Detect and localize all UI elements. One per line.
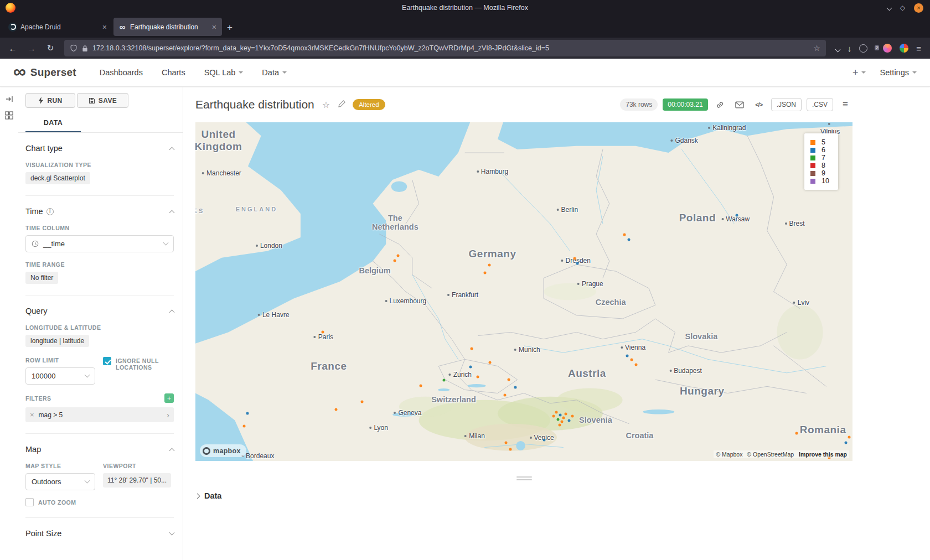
export-json-button[interactable]: .JSON <box>771 98 802 111</box>
window-close-icon[interactable]: × <box>914 3 923 13</box>
map-canvas[interactable]: United KingdomManchesterENGLANDESLondonL… <box>195 122 852 461</box>
new-item-button[interactable]: + <box>852 67 866 79</box>
tab-apache-druid[interactable]: Apache Druid × <box>4 18 112 36</box>
scatter-point <box>573 257 576 260</box>
scatter-point <box>508 378 510 381</box>
data-results-panel-header[interactable]: Data <box>195 491 930 500</box>
auto-zoom-checkbox[interactable] <box>25 498 34 506</box>
ignore-null-checkbox[interactable] <box>103 357 111 365</box>
scatter-point <box>335 408 338 411</box>
collapse-chevron-icon[interactable] <box>169 210 175 215</box>
tab-data[interactable]: DATA <box>25 113 81 132</box>
add-filter-button[interactable]: + <box>164 393 174 403</box>
nav-dashboards[interactable]: Dashboards <box>100 68 143 77</box>
window-maximize-icon[interactable]: ◇ <box>900 4 905 12</box>
remove-filter-icon[interactable]: × <box>30 411 34 419</box>
mapbox-attribution-link[interactable]: © Mapbox <box>716 451 742 458</box>
menu-icon[interactable]: ≡ <box>916 44 921 53</box>
row-limit-select[interactable]: 100000 <box>25 367 95 385</box>
settings-menu[interactable]: Settings <box>880 68 917 77</box>
improve-map-link[interactable]: Improve this map <box>799 451 847 458</box>
account-icon[interactable] <box>859 44 867 53</box>
url-bar[interactable]: 172.18.0.3:32108/superset/explore/?form_… <box>64 40 826 56</box>
embed-code-icon[interactable]: </> <box>752 97 766 112</box>
expand-chevron-icon[interactable] <box>169 530 175 535</box>
info-icon[interactable]: i <box>46 208 54 215</box>
tab-title: Earthquake distribution <box>130 23 208 31</box>
auto-zoom-label: AUTO ZOOM <box>38 499 76 506</box>
tab-earthquake-distribution[interactable]: ∞ Earthquake distribution × <box>113 18 222 36</box>
legend-swatch <box>810 140 815 145</box>
scatter-point <box>488 361 491 364</box>
section-title: Chart type <box>25 144 63 153</box>
legend-swatch <box>810 148 815 153</box>
browser-toolbar: ← → ↻ 172.18.0.3:32108/superset/explore/… <box>0 38 930 59</box>
extension-pinwheel-icon[interactable] <box>900 44 908 53</box>
osm-attribution-link[interactable]: © OpenStreetMap <box>747 451 794 458</box>
time-column-select[interactable]: __time <box>25 235 174 252</box>
nav-data[interactable]: Data <box>262 68 287 77</box>
viz-type-chip[interactable]: deck.gl Scatterplot <box>25 172 90 184</box>
section-map: Map MAP STYLE Outdoors VIEWPORT 11° 28' … <box>25 434 174 518</box>
map-style-select[interactable]: Outdoors <box>25 473 95 490</box>
panel-resize-handle[interactable] <box>195 476 852 480</box>
url-text[interactable]: 172.18.0.3:32108/superset/explore/?form_… <box>92 44 809 52</box>
chart-menu-icon[interactable]: ≡ <box>838 97 852 112</box>
mapbox-logo-icon <box>203 447 210 455</box>
filter-chip[interactable]: × mag > 5 › <box>25 407 174 422</box>
control-label: ROW LIMIT <box>25 357 95 364</box>
legend-item[interactable]: 8 <box>810 162 829 169</box>
legend-item[interactable]: 7 <box>810 154 829 162</box>
edit-properties-icon[interactable] <box>338 100 346 110</box>
shield-icon[interactable] <box>70 44 78 52</box>
expand-panel-icon[interactable] <box>5 95 14 103</box>
scatter-point <box>420 385 422 387</box>
mapbox-logo[interactable]: mapbox <box>200 444 246 457</box>
share-link-icon[interactable] <box>713 97 727 112</box>
forward-button[interactable]: → <box>23 40 40 56</box>
save-button[interactable]: SAVE <box>77 93 128 108</box>
legend-item[interactable]: 9 <box>810 169 829 177</box>
altered-badge[interactable]: Altered <box>353 99 385 110</box>
query-timer-badge: 00:00:03.21 <box>663 98 707 111</box>
new-tab-button[interactable]: + <box>227 22 232 33</box>
run-button[interactable]: RUN <box>25 93 75 108</box>
tab-close-icon[interactable]: × <box>101 23 108 32</box>
legend-item[interactable]: 5 <box>810 138 829 146</box>
bookmark-star-icon[interactable]: ☆ <box>813 44 820 53</box>
row-limit-value: 100000 <box>32 372 55 380</box>
map-attribution: © Mapbox © OpenStreetMap Improve this ma… <box>714 450 849 458</box>
collapse-chevron-icon[interactable] <box>169 147 175 152</box>
legend-item[interactable]: 6 <box>810 146 829 154</box>
legend-swatch <box>810 171 815 176</box>
chevron-down-icon <box>282 71 287 76</box>
scatter-point <box>514 386 517 389</box>
viewport-chip[interactable]: 11° 28' 29.70" | 50... <box>103 473 171 488</box>
lonlat-chip[interactable]: longitude | latitude <box>25 335 89 347</box>
email-icon[interactable] <box>732 97 747 112</box>
section-title: Time <box>25 207 43 216</box>
dataset-grid-icon[interactable] <box>5 111 13 120</box>
export-csv-button[interactable]: .CSV <box>807 98 833 111</box>
save-to-pocket-icon[interactable] <box>836 44 840 53</box>
superset-logo[interactable]: ∞ Superset <box>13 65 76 80</box>
window-minimize-icon[interactable] <box>886 5 892 11</box>
back-button[interactable]: ← <box>4 40 21 56</box>
ignore-null-label: IGNORE NULL LOCATIONS <box>116 357 172 371</box>
nav-sql-lab[interactable]: SQL Lab <box>204 68 244 77</box>
collapse-chevron-icon[interactable] <box>169 309 175 315</box>
scatter-point <box>631 359 633 361</box>
downloads-icon[interactable]: ↓ <box>848 44 852 53</box>
reload-button[interactable]: ↻ <box>42 40 59 56</box>
expand-filter-icon[interactable]: › <box>167 410 169 419</box>
profile-avatar-icon[interactable] <box>883 44 892 53</box>
legend-item[interactable]: 10 <box>810 177 829 185</box>
nav-charts[interactable]: Charts <box>162 68 185 77</box>
collapse-chevron-icon[interactable] <box>169 448 175 453</box>
padlock-icon[interactable] <box>82 45 88 52</box>
time-range-chip[interactable]: No filter <box>25 272 58 284</box>
tab-close-icon[interactable]: × <box>211 23 218 32</box>
scatter-point <box>562 417 565 419</box>
favorite-star-icon[interactable]: ☆ <box>322 100 330 110</box>
chevron-down-icon <box>239 71 243 76</box>
